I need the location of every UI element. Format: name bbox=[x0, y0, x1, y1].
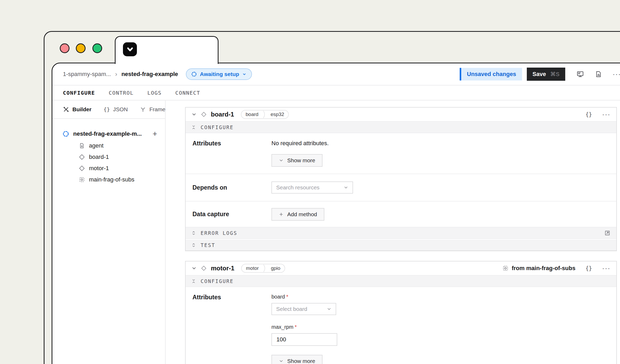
show-more-button[interactable]: Show more bbox=[271, 154, 323, 167]
collapse-vertical-icon bbox=[191, 278, 196, 284]
frame-axis-icon bbox=[140, 106, 146, 113]
breadcrumb-separator-icon: › bbox=[115, 70, 117, 78]
resource-name: board-1 bbox=[211, 111, 234, 118]
resource-card-motor-1: motor-1 motor gpio from main-frag- bbox=[185, 261, 617, 364]
configure-section-bar[interactable]: CONFIGURE bbox=[186, 121, 616, 133]
data-capture-label: Data capture bbox=[192, 211, 271, 218]
card-header: motor-1 motor gpio from main-frag- bbox=[186, 261, 616, 275]
max-rpm-field-label: max_rpm bbox=[271, 324, 293, 330]
chevron-down-icon bbox=[279, 158, 284, 163]
test-section-bar[interactable]: TEST bbox=[186, 239, 616, 251]
view-tab-json[interactable]: {} JSON bbox=[103, 106, 128, 113]
window-close-button[interactable] bbox=[60, 43, 70, 53]
file-icon bbox=[79, 143, 85, 149]
required-marker: * bbox=[286, 294, 288, 300]
attributes-label: Attributes bbox=[192, 294, 271, 364]
max-rpm-field: max_rpm* bbox=[271, 324, 609, 346]
collapse-chevron-icon[interactable] bbox=[191, 266, 197, 271]
save-button-label: Save bbox=[533, 71, 546, 78]
tree-item-label: board-1 bbox=[89, 154, 109, 160]
header-more-menu[interactable]: ··· bbox=[613, 73, 620, 75]
data-capture-row: Data capture Add method bbox=[186, 201, 616, 227]
tree-item-main-frag-of-subs[interactable]: main-frag-of-subs bbox=[79, 174, 157, 185]
depends-on-select[interactable]: Search resources bbox=[271, 181, 353, 194]
configure-section-label: CONFIGURE bbox=[201, 124, 234, 130]
fragment-source: from main-frag-of-subs bbox=[502, 265, 576, 272]
view-tab-builder[interactable]: Builder bbox=[63, 106, 91, 113]
tag-type: motor bbox=[242, 265, 263, 271]
max-rpm-input[interactable] bbox=[271, 333, 337, 346]
chevron-down-icon bbox=[327, 307, 331, 311]
add-method-label: Add method bbox=[287, 211, 317, 218]
app-page: 1-spammy-spam... › nested-frag-example A… bbox=[52, 63, 620, 364]
attributes-row: Attributes No required attributes. Show … bbox=[186, 133, 616, 174]
window-zoom-button[interactable] bbox=[92, 43, 102, 53]
tab-configure[interactable]: CONFIGURE bbox=[63, 90, 95, 96]
card-more-menu[interactable]: ··· bbox=[602, 267, 611, 270]
depends-on-placeholder: Search resources bbox=[276, 184, 320, 191]
configure-section-label: CONFIGURE bbox=[201, 278, 234, 284]
tag-model: gpio bbox=[267, 265, 285, 271]
chevron-down-icon bbox=[344, 185, 348, 190]
add-resource-button[interactable]: + bbox=[152, 130, 157, 138]
breadcrumb-current: nested-frag-example bbox=[121, 71, 178, 78]
collapse-chevron-icon[interactable] bbox=[191, 112, 197, 117]
depends-on-label: Depends on bbox=[192, 184, 271, 191]
no-required-attributes-text: No required attributes. bbox=[271, 140, 609, 147]
chevron-down-icon bbox=[242, 72, 247, 77]
open-external-icon[interactable] bbox=[604, 230, 611, 236]
save-shortcut: ⌘S bbox=[550, 71, 559, 77]
status-badge-label: Awaiting setup bbox=[200, 71, 239, 77]
tag-divider bbox=[263, 264, 267, 272]
machine-header: 1-spammy-spam... › nested-frag-example A… bbox=[52, 63, 620, 85]
braces-icon: {} bbox=[103, 106, 110, 113]
browser-tab[interactable] bbox=[115, 36, 219, 64]
tab-connect[interactable]: CONNECT bbox=[175, 90, 200, 96]
window-minimize-button[interactable] bbox=[76, 43, 86, 53]
error-logs-section-label: ERROR LOGS bbox=[201, 230, 237, 236]
card-header: board-1 board esp32 {} ··· bbox=[186, 108, 616, 121]
tab-logs[interactable]: LOGS bbox=[147, 90, 162, 96]
attributes-row: Attributes board* Select board bbox=[186, 287, 616, 364]
view-tab-json-label: JSON bbox=[113, 106, 128, 113]
tag-type: board bbox=[241, 112, 263, 117]
board-select[interactable]: Select board bbox=[271, 303, 336, 315]
tree-item-agent[interactable]: agent bbox=[79, 140, 157, 151]
configure-section-bar[interactable]: CONFIGURE bbox=[186, 275, 616, 287]
diamond-icon bbox=[79, 165, 85, 171]
required-marker: * bbox=[295, 324, 297, 330]
tree-item-board-1[interactable]: board-1 bbox=[79, 151, 157, 163]
sidebar-view-tabs: Builder {} JSON Frame bbox=[52, 100, 165, 119]
tree-root-machine[interactable]: nested-frag-example-m... + bbox=[62, 128, 157, 140]
error-logs-section-bar[interactable]: ERROR LOGS bbox=[186, 227, 616, 239]
test-section-label: TEST bbox=[201, 242, 215, 248]
plus-icon bbox=[279, 212, 284, 217]
json-braces-icon[interactable]: {} bbox=[586, 111, 592, 118]
expand-vertical-icon bbox=[191, 242, 196, 248]
view-tab-frame-label: Frame bbox=[149, 106, 165, 113]
show-more-label: Show more bbox=[287, 157, 315, 164]
machine-monitor-icon[interactable] bbox=[576, 70, 584, 78]
diamond-icon bbox=[79, 154, 85, 160]
board-select-placeholder: Select board bbox=[276, 306, 307, 312]
view-tab-frame[interactable]: Frame bbox=[140, 106, 165, 113]
chevron-down-icon bbox=[279, 359, 284, 363]
show-more-button[interactable]: Show more bbox=[271, 355, 323, 364]
machine-status-badge[interactable]: Awaiting setup bbox=[186, 68, 252, 80]
fragment-source-label: from main-frag-of-subs bbox=[512, 265, 576, 272]
machine-report-icon[interactable] bbox=[595, 70, 602, 78]
breadcrumb-parent[interactable]: 1-spammy-spam... bbox=[63, 71, 111, 78]
diamond-icon bbox=[201, 265, 207, 271]
board-field: board* Select board bbox=[271, 294, 609, 315]
tree-item-motor-1[interactable]: motor-1 bbox=[79, 163, 157, 174]
tab-control[interactable]: CONTROL bbox=[109, 90, 134, 96]
json-braces-icon[interactable]: {} bbox=[586, 265, 592, 271]
add-method-button[interactable]: Add method bbox=[271, 208, 324, 221]
save-button[interactable]: Save ⌘S bbox=[527, 68, 565, 81]
attributes-label: Attributes bbox=[192, 140, 271, 167]
expand-vertical-icon bbox=[191, 230, 196, 236]
card-more-menu[interactable]: ··· bbox=[602, 113, 611, 116]
configure-main: board-1 board esp32 {} ··· bbox=[166, 100, 620, 364]
unsaved-changes-indicator: Unsaved changes bbox=[460, 68, 522, 80]
fragment-icon bbox=[79, 176, 85, 183]
